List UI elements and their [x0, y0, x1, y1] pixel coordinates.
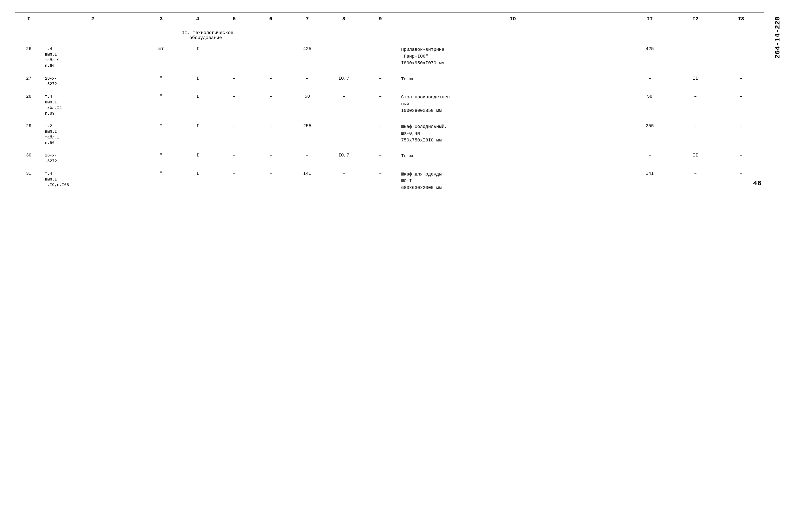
row-col11: 425 [627, 43, 672, 72]
row-col11: – [627, 149, 672, 168]
row-col7: I4I [289, 168, 326, 195]
row-col4: I [179, 43, 216, 72]
row-col11: 58 [627, 90, 672, 120]
row-col11: 255 [627, 120, 672, 150]
row-desc: Шкаф для одежды ШО-I 680x630x2000 мм [398, 168, 627, 195]
col-header-9: 9 [362, 13, 399, 25]
row-col8: IO,7 [326, 149, 362, 168]
table-row: 27 28-У- -8272 " I – – – IO,7 – То же – … [15, 72, 764, 91]
row-col5: – [216, 43, 253, 72]
row-col7: 425 [289, 43, 326, 72]
row-col7: 58 [289, 90, 326, 120]
row-col13: – [718, 149, 764, 168]
col-header-1: I [15, 13, 42, 25]
row-num: 29 [15, 120, 42, 150]
col-header-3: 3 [143, 13, 179, 25]
row-col4: I [179, 168, 216, 195]
row-num: 28 [15, 90, 42, 120]
row-col8: – [326, 168, 362, 195]
row-ref: т.4 вып.I т.IO,п.I68 [42, 168, 143, 195]
row-num: 27 [15, 72, 42, 91]
row-col12: – [672, 168, 718, 195]
row-unit: " [143, 149, 179, 168]
row-col5: – [216, 149, 253, 168]
row-desc: То же [398, 149, 627, 168]
row-ref: 28-У- -8272 [42, 149, 143, 168]
row-col7: – [289, 72, 326, 91]
row-ref: т.2 вып.I табл.I п.56 [42, 120, 143, 150]
table-row: 29 т.2 вып.I табл.I п.56 " I – – 255 – –… [15, 120, 764, 150]
row-col11: I4I [627, 168, 672, 195]
row-col4: I [179, 120, 216, 150]
main-table: I 2 3 4 5 6 7 8 9 IO II I2 I3 II. Технол… [15, 13, 764, 195]
row-desc: Стол производствен- ный I000x800x850 мм [398, 90, 627, 120]
row-unit: " [143, 168, 179, 195]
row-desc: То же [398, 72, 627, 91]
table-header-row: I 2 3 4 5 6 7 8 9 IO II I2 I3 [15, 13, 764, 25]
row-ref: 28-У- -8272 [42, 72, 143, 91]
col-header-11: II [627, 13, 672, 25]
row-col9: – [362, 43, 399, 72]
row-col13: – [718, 90, 764, 120]
row-col6: – [253, 168, 289, 195]
table-row: 30 28-У- -8272 " I – – – IO,7 – То же – … [15, 149, 764, 168]
row-col9: – [362, 72, 399, 91]
row-unit: " [143, 120, 179, 150]
row-col5: – [216, 120, 253, 150]
row-col12: II [672, 72, 718, 91]
col-header-10: IO [398, 13, 627, 25]
row-col7: – [289, 149, 326, 168]
row-col8: – [326, 43, 362, 72]
row-col6: – [253, 149, 289, 168]
col-header-2: 2 [42, 13, 143, 25]
row-col8: IO,7 [326, 72, 362, 91]
rotated-label: 264-14-220 [774, 13, 781, 62]
row-col4: I [179, 149, 216, 168]
row-col12: – [672, 90, 718, 120]
row-col6: – [253, 90, 289, 120]
row-col4: I [179, 90, 216, 120]
row-col9: – [362, 168, 399, 195]
col-header-4: 4 [179, 13, 216, 25]
col-header-7: 7 [289, 13, 326, 25]
row-col13: – [718, 120, 764, 150]
col-header-8: 8 [326, 13, 362, 25]
section-heading-row: II. Технологическое оборудование [15, 25, 764, 43]
row-col5: – [216, 90, 253, 120]
row-col12: – [672, 43, 718, 72]
row-unit: " [143, 72, 179, 91]
row-col8: – [326, 120, 362, 150]
row-col4: I [179, 72, 216, 91]
row-unit: " [143, 90, 179, 120]
col-header-13: I3 [718, 13, 764, 25]
row-num: 30 [15, 149, 42, 168]
row-col9: – [362, 149, 399, 168]
row-col6: – [253, 43, 289, 72]
row-col5: – [216, 168, 253, 195]
row-ref: т.4 вып.I табл.I2 п.89 [42, 90, 143, 120]
row-desc: Шкаф холодильный, ШХ-0,4М 750x750xI8IO м… [398, 120, 627, 150]
row-num: 26 [15, 43, 42, 72]
row-col7: 255 [289, 120, 326, 150]
row-col13: – [718, 72, 764, 91]
row-ref: т.4 вып.I табл.9 п.66 [42, 43, 143, 72]
page-container: 264-14-220 I 2 3 4 5 6 7 [15, 13, 784, 195]
row-col13: – [718, 43, 764, 72]
row-desc: Прилавок-витрина "Гаир-IO6" I800x950xI07… [398, 43, 627, 72]
col-header-6: 6 [253, 13, 289, 25]
table-row: 28 т.4 вып.I табл.I2 п.89 " I – – 58 – –… [15, 90, 764, 120]
table-row: 3I т.4 вып.I т.IO,п.I68 " I – – I4I – – … [15, 168, 764, 195]
row-num: 3I [15, 168, 42, 195]
row-col9: – [362, 90, 399, 120]
row-unit: шт [143, 43, 179, 72]
table-row: 26 т.4 вып.I табл.9 п.66 шт I – – 425 – … [15, 43, 764, 72]
row-col12: – [672, 120, 718, 150]
page-number: 46 [753, 179, 761, 187]
section-title: II. Технологическое оборудование [179, 25, 764, 43]
row-col5: – [216, 72, 253, 91]
col-header-12: I2 [672, 13, 718, 25]
row-col6: – [253, 120, 289, 150]
row-col9: – [362, 120, 399, 150]
row-col12: II [672, 149, 718, 168]
row-col11: – [627, 72, 672, 91]
